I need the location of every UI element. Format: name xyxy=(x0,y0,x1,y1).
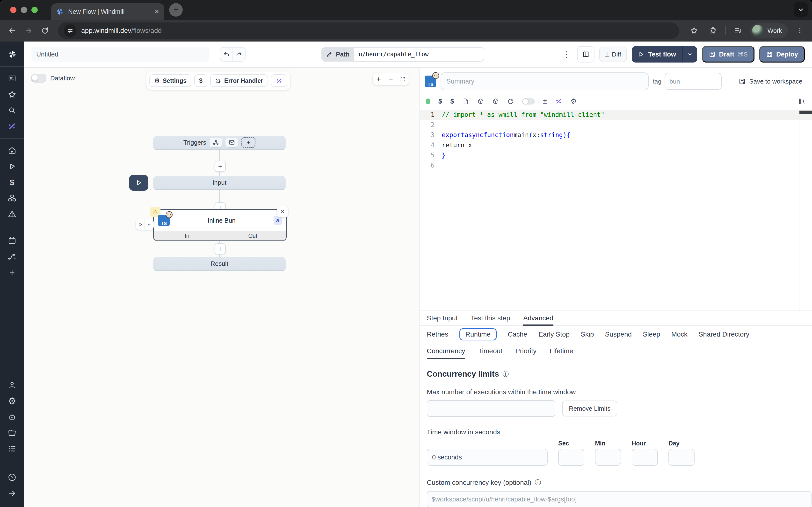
package-icon[interactable] xyxy=(492,98,499,105)
sidebar-item-favorites[interactable] xyxy=(0,87,24,102)
tab-test-this-step[interactable]: Test this step xyxy=(471,311,510,326)
extensions-icon[interactable] xyxy=(706,23,721,38)
zoom-in-button[interactable]: + xyxy=(373,73,385,85)
run-step-dropdown-icon[interactable] xyxy=(145,219,154,230)
custom-concurrency-key-input[interactable] xyxy=(427,491,812,507)
flow-name-input[interactable] xyxy=(32,47,209,62)
script-file-icon[interactable] xyxy=(462,98,469,105)
sidebar-item-settings[interactable]: ⚙ xyxy=(0,393,24,409)
redo-icon[interactable] xyxy=(233,48,245,61)
flow-canvas[interactable]: Dataflow ⚙Settings $ Error Handler + − xyxy=(24,68,419,507)
sec-input[interactable] xyxy=(558,449,585,466)
windmill-logo[interactable] xyxy=(0,46,24,62)
tab-runtime[interactable]: Runtime xyxy=(459,328,497,340)
bookmark-star-icon[interactable] xyxy=(687,23,701,38)
insert-step-button[interactable]: + xyxy=(215,161,226,172)
input-node[interactable]: Input xyxy=(153,176,286,190)
sidebar-item-folders[interactable] xyxy=(0,425,24,441)
code-line[interactable]: 4 return x xyxy=(420,140,812,150)
dataflow-toggle[interactable] xyxy=(31,74,46,82)
undo-icon[interactable] xyxy=(220,48,233,61)
flow-settings-button[interactable]: ⚙Settings xyxy=(149,74,191,87)
email-trigger-icon[interactable] xyxy=(225,137,238,147)
sidebar-item-apps[interactable] xyxy=(0,70,24,87)
sidebar-item-logs[interactable] xyxy=(0,441,24,457)
remove-limits-button[interactable]: Remove Limits xyxy=(562,400,617,416)
sidebar-item-calendar[interactable] xyxy=(0,233,24,249)
tab-mock[interactable]: Mock xyxy=(671,329,688,340)
tag-input[interactable] xyxy=(665,73,722,90)
browser-tab[interactable]: New Flow | Windmill ✕ xyxy=(51,3,164,20)
step-out-label[interactable]: Out xyxy=(220,231,286,240)
insert-step-button[interactable]: + xyxy=(215,243,226,255)
url-bar[interactable]: app.windmill.dev/flows/add xyxy=(58,22,679,39)
sidebar-add-button[interactable]: + xyxy=(0,265,24,281)
tab-search-button[interactable] xyxy=(794,2,808,17)
tab-early-stop[interactable]: Early Stop xyxy=(539,329,570,340)
close-window-button[interactable] xyxy=(10,7,16,13)
min-input[interactable] xyxy=(595,449,621,466)
code-line[interactable]: 1// import * as wmill from "windmill-cli… xyxy=(420,110,812,120)
package-icon[interactable] xyxy=(477,98,484,105)
ai-assistant-icon[interactable] xyxy=(0,118,24,134)
tab-suspend[interactable]: Suspend xyxy=(605,329,632,340)
minimize-window-button[interactable] xyxy=(21,7,27,13)
forward-icon[interactable] xyxy=(21,23,36,38)
tab-lifetime[interactable]: Lifetime xyxy=(550,343,573,359)
tab-advanced[interactable]: Advanced xyxy=(523,311,553,326)
ai-edit-icon[interactable] xyxy=(555,98,562,105)
library-icon[interactable] xyxy=(798,98,805,105)
sidebar-item-schedules[interactable] xyxy=(0,206,24,222)
tab-timeout[interactable]: Timeout xyxy=(478,343,502,359)
deploy-button[interactable]: Deploy xyxy=(759,46,805,62)
flow-variables-button[interactable]: $ xyxy=(194,74,207,87)
code-editor[interactable]: 1// import * as wmill from "windmill-cli… xyxy=(420,110,812,311)
code-line[interactable]: 5} xyxy=(420,150,812,160)
triggers-node[interactable]: Triggers + xyxy=(153,136,286,150)
profile-button[interactable]: Work xyxy=(750,23,788,38)
editor-settings-icon[interactable]: ⚙ xyxy=(570,97,577,106)
path-label[interactable]: Path xyxy=(321,47,354,62)
test-flow-dropdown[interactable] xyxy=(682,46,697,62)
code-line[interactable]: 3export async function main(x: string) { xyxy=(420,130,812,140)
sidebar-item-routes[interactable] xyxy=(0,249,24,265)
diff-button[interactable]: ±Diff xyxy=(599,47,627,62)
tab-skip[interactable]: Skip xyxy=(581,329,594,340)
tab-close-icon[interactable]: ✕ xyxy=(154,8,159,15)
tab-retries[interactable]: Retries xyxy=(427,329,448,340)
diff-icon[interactable]: ± xyxy=(543,98,547,105)
sidebar-item-resources[interactable] xyxy=(0,190,24,206)
help-icon[interactable]: ? xyxy=(0,469,24,485)
tab-concurrency[interactable]: Concurrency xyxy=(427,343,465,359)
add-trigger-button[interactable]: + xyxy=(242,137,255,148)
error-handler-button[interactable]: Error Handler xyxy=(210,74,268,87)
resource-picker-icon[interactable]: $ xyxy=(451,98,454,105)
result-node[interactable]: Result xyxy=(153,257,286,271)
ai-flow-button[interactable] xyxy=(271,74,287,87)
fit-view-button[interactable] xyxy=(397,73,409,85)
reload-icon[interactable] xyxy=(38,23,52,38)
reload-script-icon[interactable] xyxy=(507,98,514,105)
tab-cache[interactable]: Cache xyxy=(508,329,527,340)
editor-toggle[interactable] xyxy=(522,98,535,105)
new-tab-button[interactable]: + xyxy=(169,3,183,17)
sidebar-item-workers[interactable] xyxy=(0,409,24,425)
chrome-menu-icon[interactable] xyxy=(793,23,807,38)
editor-scrollbar[interactable] xyxy=(800,111,812,114)
fullscreen-window-button[interactable] xyxy=(32,7,38,13)
max-executions-input[interactable] xyxy=(427,400,555,417)
media-controls-icon[interactable] xyxy=(731,23,745,38)
run-step-icon[interactable] xyxy=(136,219,145,230)
back-icon[interactable] xyxy=(5,23,19,38)
search-icon[interactable] xyxy=(0,102,24,118)
sidebar-item-runs[interactable] xyxy=(0,158,24,174)
tab-sleep[interactable]: Sleep xyxy=(643,329,660,340)
tab-priority[interactable]: Priority xyxy=(515,343,537,359)
sidebar-item-variables[interactable]: $ xyxy=(0,174,24,190)
sidebar-item-user[interactable] xyxy=(0,377,24,393)
docs-book-icon[interactable] xyxy=(577,46,595,62)
run-from-input-button[interactable] xyxy=(129,175,148,191)
info-icon[interactable]: ⓘ xyxy=(535,478,541,487)
day-input[interactable] xyxy=(668,449,695,466)
delete-step-icon[interactable]: ✕ xyxy=(277,206,288,217)
